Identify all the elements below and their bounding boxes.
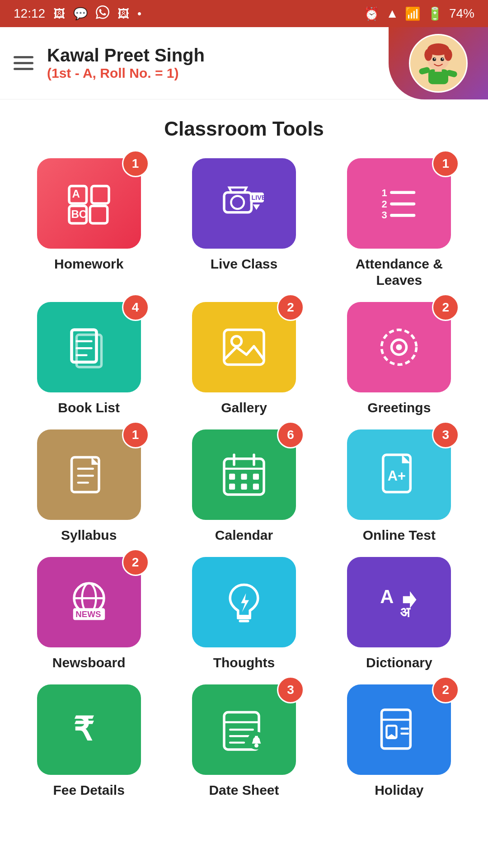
tool-icon-dictionary: A अ <box>347 557 451 647</box>
svg-point-34 <box>231 336 241 346</box>
tool-icon-newsboard: 2 NEWS <box>37 557 141 647</box>
tool-label-online-test: Online Test <box>363 527 436 543</box>
tool-label-date-sheet: Date Sheet <box>209 782 279 798</box>
svg-text:₹: ₹ <box>73 711 94 747</box>
svg-point-8 <box>434 58 436 60</box>
svg-point-7 <box>441 57 444 61</box>
avatar-wrapper <box>389 27 488 99</box>
tool-icon-greetings: 2 <box>347 302 451 392</box>
signal-icon: 📶 <box>405 6 421 21</box>
svg-rect-33 <box>224 330 264 365</box>
badge-calendar: 6 <box>277 421 304 448</box>
tool-icon-live-class: LIVE <box>192 158 296 249</box>
tool-holiday[interactable]: 2 Holiday <box>328 684 470 798</box>
badge-homework: 1 <box>122 150 149 177</box>
svg-point-6 <box>432 57 436 61</box>
message-icon: 💬 <box>73 7 88 21</box>
tool-label-homework: Homework <box>54 256 123 272</box>
tool-icon-syllabus: 1 <box>37 429 141 520</box>
svg-rect-46 <box>229 474 235 480</box>
tool-calendar[interactable]: 6 Calendar <box>173 429 314 543</box>
tool-label-fee-details: Fee Details <box>53 782 124 798</box>
svg-rect-51 <box>253 484 259 490</box>
badge-newsboard: 2 <box>122 549 149 576</box>
badge-syllabus: 1 <box>122 421 149 448</box>
svg-point-5 <box>444 49 452 61</box>
tool-fee-details[interactable]: ₹ Fee Details <box>18 684 160 798</box>
tool-icon-attendance: 1 1 2 3 <box>347 158 451 249</box>
avatar <box>409 34 468 93</box>
badge-book-list: 4 <box>122 294 149 321</box>
tool-icon-gallery: 2 <box>192 302 296 392</box>
svg-point-70 <box>254 744 258 748</box>
svg-rect-49 <box>229 484 235 490</box>
tool-book-list[interactable]: 4 Book List <box>18 302 160 416</box>
svg-text:A: A <box>380 586 394 607</box>
svg-text:BC: BC <box>71 208 87 220</box>
svg-rect-47 <box>241 474 247 480</box>
header: Kawal Preet Singh (1st - A, Roll No. = 1… <box>0 27 488 99</box>
tool-label-newsboard: Newsboard <box>52 655 126 671</box>
svg-point-37 <box>396 344 402 350</box>
tool-icon-fee-details: ₹ <box>37 684 141 775</box>
tool-label-attendance: Attendance &Leaves <box>356 256 443 288</box>
tool-label-dictionary: Dictionary <box>366 655 432 671</box>
tool-attendance[interactable]: 1 1 2 3 Attendance &Leaves <box>328 158 470 288</box>
tool-syllabus[interactable]: 1 Syllabus <box>18 429 160 543</box>
tools-grid: 1 A BC Homework LIVE <box>0 149 488 816</box>
tool-label-book-list: Book List <box>58 400 120 416</box>
tool-gallery[interactable]: 2 Gallery <box>173 302 314 416</box>
svg-rect-50 <box>241 484 247 490</box>
tool-icon-book-list: 4 <box>37 302 141 392</box>
tool-icon-holiday: 2 <box>347 684 451 775</box>
tool-label-gallery: Gallery <box>221 400 267 416</box>
tool-icon-homework: 1 A BC <box>37 158 141 249</box>
image-icon2: 🖼 <box>117 7 129 21</box>
whatsapp-icon <box>96 5 109 22</box>
svg-rect-48 <box>253 474 259 480</box>
tool-dictionary[interactable]: A अ Dictionary <box>328 557 470 671</box>
svg-text:अ: अ <box>400 604 411 620</box>
badge-holiday: 2 <box>432 676 459 703</box>
tool-thoughts[interactable]: Thoughts <box>173 557 314 671</box>
svg-point-19 <box>231 196 244 209</box>
tool-label-syllabus: Syllabus <box>61 527 117 543</box>
wifi-icon: ▲ <box>386 6 399 21</box>
page-title: Classroom Tools <box>0 118 488 140</box>
status-bar: 12:12 🖼 💬 🖼 • ⏰ ▲ 📶 🔋 74% <box>0 0 488 27</box>
battery-text: 74% <box>449 6 474 21</box>
badge-greetings: 2 <box>432 294 459 321</box>
tool-label-holiday: Holiday <box>375 782 423 798</box>
tool-label-thoughts: Thoughts <box>213 655 275 671</box>
tool-icon-online-test: 3 A+ <box>347 429 451 520</box>
tool-date-sheet[interactable]: 3 Date Sheet <box>173 684 314 798</box>
tool-live-class[interactable]: LIVE Live Class <box>173 158 314 288</box>
photo-icon: 🖼 <box>53 7 65 21</box>
tool-greetings[interactable]: 2 Greetings <box>328 302 470 416</box>
status-time: 12:12 <box>14 6 45 21</box>
svg-rect-17 <box>91 186 109 204</box>
tool-icon-thoughts <box>192 557 296 647</box>
tool-homework[interactable]: 1 A BC Homework <box>18 158 160 288</box>
tool-newsboard[interactable]: 2 NEWS Newsboard <box>18 557 160 671</box>
status-right: ⏰ ▲ 📶 🔋 74% <box>364 6 474 21</box>
svg-rect-16 <box>90 206 108 224</box>
tool-icon-date-sheet: 3 <box>192 684 296 775</box>
svg-text:2: 2 <box>382 198 387 210</box>
svg-text:A+: A+ <box>388 468 406 484</box>
svg-text:NEWS: NEWS <box>75 609 101 619</box>
badge-attendance: 1 <box>432 150 459 177</box>
svg-point-9 <box>442 58 444 60</box>
menu-button[interactable] <box>14 56 33 70</box>
status-left: 12:12 🖼 💬 🖼 • <box>14 5 141 22</box>
badge-date-sheet: 3 <box>277 676 304 703</box>
svg-point-4 <box>424 49 432 61</box>
tool-online-test[interactable]: 3 A+ Online Test <box>328 429 470 543</box>
dot-icon: • <box>137 7 141 21</box>
svg-text:LIVE: LIVE <box>251 194 266 201</box>
alarm-icon: ⏰ <box>364 6 380 21</box>
page-title-wrap: Classroom Tools <box>0 99 488 149</box>
svg-text:3: 3 <box>382 209 387 221</box>
tool-label-live-class: Live Class <box>211 256 277 272</box>
battery-icon: 🔋 <box>427 6 443 21</box>
